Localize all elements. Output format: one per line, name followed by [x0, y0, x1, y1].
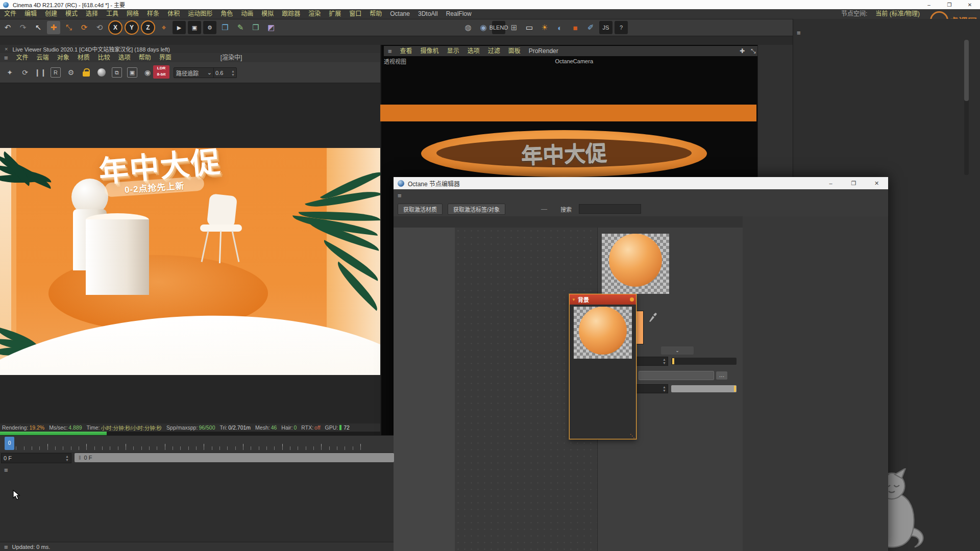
lv-menu-材质[interactable]: 材质: [74, 53, 94, 63]
frame-range-bar[interactable]: ‖0 F: [75, 453, 394, 462]
menu-Octane[interactable]: Octane: [386, 9, 414, 19]
timeline-playhead[interactable]: 0: [5, 437, 14, 450]
menu-窗口[interactable]: 窗口: [345, 9, 365, 19]
live-viewer-titlebar[interactable]: × Live Viewer Studio 2020.1 [C4D中文站独家汉化]…: [0, 45, 380, 53]
render-region-icon[interactable]: ⧉: [111, 66, 123, 79]
menu-工具[interactable]: 工具: [102, 9, 122, 19]
menu-动画[interactable]: 动画: [237, 9, 257, 19]
viewport-nav-icon-0[interactable]: ✚: [740, 47, 745, 55]
panel-menu-icon[interactable]: ≡: [4, 54, 8, 62]
node-header[interactable]: ▼ 背景: [570, 294, 636, 305]
lv-menu-比较[interactable]: 比较: [94, 53, 114, 63]
light-sun-icon[interactable]: ☀: [538, 21, 551, 34]
add-deformer-icon[interactable]: ◩: [264, 21, 278, 34]
panel-menu-icon[interactable]: ≡: [4, 543, 8, 551]
move-icon[interactable]: ✚: [47, 21, 60, 34]
menu-RealFlow[interactable]: RealFlow: [442, 9, 476, 19]
menu-角色[interactable]: 角色: [216, 9, 237, 19]
panel-menu-icon[interactable]: ≡: [388, 47, 392, 55]
lv-menu-文件[interactable]: 文件: [12, 53, 33, 63]
menu-体积[interactable]: 体积: [163, 9, 184, 19]
scale-icon[interactable]: ⤡: [62, 21, 76, 34]
film-region-icon[interactable]: ▣: [126, 66, 138, 79]
render-settings-icon[interactable]: ⚙: [203, 21, 216, 34]
menu-运动图形[interactable]: 运动图形: [184, 9, 216, 19]
node-editor-titlebar[interactable]: Octane 节点编辑器 – ❐ ✕: [394, 177, 888, 189]
vp-menu-ProRender[interactable]: ProRender: [525, 46, 562, 56]
undo-icon[interactable]: ↶: [1, 21, 14, 34]
focus-picker-icon[interactable]: ◉: [141, 66, 154, 79]
lv-menu-对象[interactable]: 对象: [53, 53, 74, 63]
vp-menu-显示[interactable]: 显示: [443, 46, 463, 56]
lock-resolution-icon[interactable]: [80, 66, 92, 79]
render-picture-viewer-icon[interactable]: ▣: [188, 21, 201, 34]
close-button[interactable]: ✕: [865, 177, 888, 189]
material-ball-icon[interactable]: [95, 66, 108, 79]
live-viewer-close-icon[interactable]: ×: [5, 46, 8, 52]
menu-创建[interactable]: 创建: [41, 9, 61, 19]
environment-icon[interactable]: ■: [569, 21, 582, 34]
eyedropper-icon[interactable]: [648, 312, 658, 323]
axis-x-icon[interactable]: X: [108, 20, 122, 35]
panel-menu-icon[interactable]: ≡: [797, 29, 801, 37]
sky-icon[interactable]: ◐: [553, 21, 567, 34]
lv-menu-选项[interactable]: 选项: [114, 53, 135, 63]
coord-system-icon[interactable]: ⌖: [157, 21, 170, 34]
paint-icon[interactable]: ✐: [584, 21, 597, 34]
settings-gear-icon[interactable]: ⚙: [65, 66, 77, 79]
active-camera-label[interactable]: OctaneCamera: [555, 58, 762, 64]
pause-icon[interactable]: ❙❙: [34, 66, 46, 79]
stepper-arrows-icon[interactable]: ▲▼: [231, 69, 235, 77]
timeline-ruler[interactable]: 0: [0, 435, 394, 453]
sim-cloth-icon[interactable]: ◍: [461, 21, 475, 34]
spark-icon[interactable]: ✦: [4, 66, 16, 79]
refresh-icon[interactable]: ⟳: [19, 66, 31, 79]
live-selection-icon[interactable]: ↖: [32, 21, 45, 34]
menu-渲染[interactable]: 渲染: [304, 9, 325, 19]
menu-模式[interactable]: 模式: [61, 9, 82, 19]
lv-menu-云端[interactable]: 云端: [33, 53, 53, 63]
texture-browse-button[interactable]: …: [716, 371, 727, 380]
float-slider[interactable]: [671, 358, 737, 365]
search-input[interactable]: [579, 204, 641, 214]
lv-menu-帮助[interactable]: 帮助: [135, 53, 155, 63]
ldr-8bit-badge[interactable]: LDR 8-bit: [153, 65, 169, 79]
collapse-triangle-icon[interactable]: ▼: [572, 297, 576, 302]
maximize-button[interactable]: ❐: [939, 2, 960, 8]
maximize-button[interactable]: ❐: [842, 177, 865, 189]
current-frame-field[interactable]: 0 F▲▼: [1, 453, 71, 463]
menu-编辑[interactable]: 编辑: [20, 9, 41, 19]
redo-icon[interactable]: ↷: [16, 21, 30, 34]
mograph-icon[interactable]: ⊞: [507, 21, 521, 34]
restart-region-icon[interactable]: R: [50, 66, 62, 79]
menu-跟踪器[interactable]: 跟踪器: [278, 9, 304, 19]
script-js-icon[interactable]: JS: [599, 21, 612, 34]
close-button[interactable]: ✕: [960, 2, 980, 8]
view-name-label[interactable]: 透视视图: [384, 57, 406, 65]
material-node-背景[interactable]: ▼ 背景 ⋱: [569, 294, 636, 439]
panel-menu-icon[interactable]: ≡: [398, 192, 402, 199]
menu-文件[interactable]: 文件: [0, 9, 20, 19]
menu-网格[interactable]: 网格: [122, 9, 143, 19]
menu-扩展[interactable]: 扩展: [325, 9, 345, 19]
vp-menu-面板[interactable]: 面板: [504, 46, 525, 56]
object-manager-scrollbar[interactable]: [964, 40, 969, 175]
last-tool-icon[interactable]: ⟲: [93, 21, 106, 34]
floor-icon[interactable]: ▭: [523, 21, 536, 34]
menu-帮助[interactable]: 帮助: [365, 9, 386, 19]
vp-menu-过滤[interactable]: 过滤: [484, 46, 504, 56]
lv-menu-界面[interactable]: 界面: [155, 53, 176, 63]
kernel-dropdown[interactable]: 路径追踪 ⌄: [174, 67, 214, 78]
add-generator-icon[interactable]: ❒: [249, 21, 262, 34]
blend-icon[interactable]: BLEND: [492, 21, 505, 34]
vp-menu-选项[interactable]: 选项: [463, 46, 484, 56]
minimize-button[interactable]: –: [919, 2, 939, 8]
menu-样条[interactable]: 样条: [143, 9, 163, 19]
texture-field[interactable]: [639, 371, 714, 380]
help-icon[interactable]: ?: [615, 21, 628, 34]
color-mode-dropdown[interactable]: ⌄: [661, 346, 694, 355]
node-space-selector[interactable]: 当前 (标准/物理): [871, 9, 924, 19]
panel-menu-icon[interactable]: ≡: [4, 466, 8, 474]
samples-stepper[interactable]: 0.6 ▲▼: [213, 67, 237, 78]
add-spline-pen-icon[interactable]: ✎: [234, 21, 247, 34]
